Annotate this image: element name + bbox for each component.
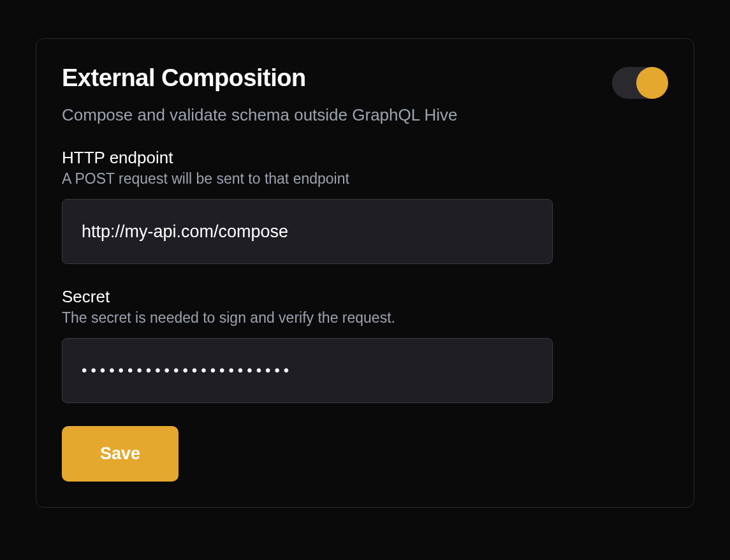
secret-input[interactable] xyxy=(62,338,553,403)
endpoint-description: A POST request will be sent to that endp… xyxy=(62,170,668,188)
endpoint-label: HTTP endpoint xyxy=(62,148,668,168)
card-subtitle: Compose and validate schema outside Grap… xyxy=(62,105,668,125)
save-button[interactable]: Save xyxy=(62,426,179,482)
external-composition-card: External Composition Compose and validat… xyxy=(36,38,694,508)
enable-toggle[interactable] xyxy=(612,67,668,99)
secret-description: The secret is needed to sign and verify … xyxy=(62,309,668,327)
card-title: External Composition xyxy=(62,64,306,92)
toggle-knob-icon xyxy=(636,67,668,99)
card-header: External Composition xyxy=(62,64,668,99)
endpoint-field: HTTP endpoint A POST request will be sen… xyxy=(62,148,668,264)
secret-field: Secret The secret is needed to sign and … xyxy=(62,287,668,403)
endpoint-input[interactable] xyxy=(62,199,553,264)
secret-label: Secret xyxy=(62,287,668,307)
